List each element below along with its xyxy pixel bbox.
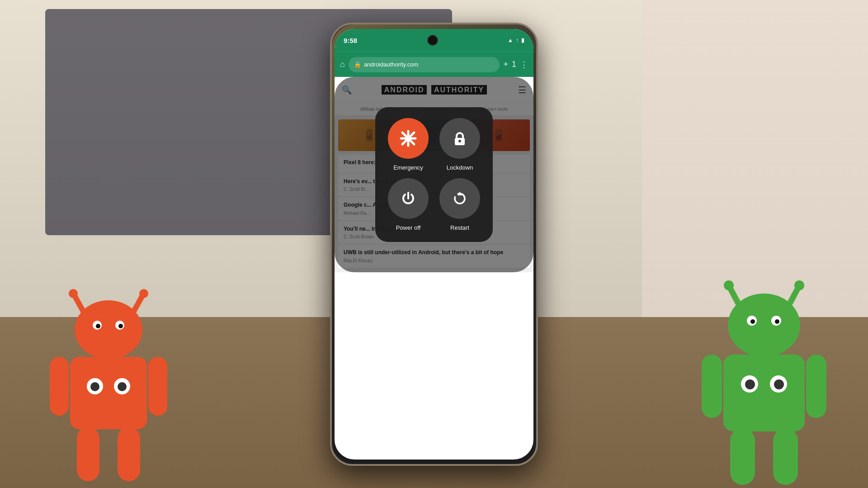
svg-rect-27 (723, 355, 805, 431)
svg-point-4 (75, 300, 142, 359)
svg-point-13 (118, 382, 127, 391)
svg-rect-15 (148, 357, 167, 416)
lock-icon: 🔒 (354, 61, 361, 68)
restart-icon (451, 190, 468, 207)
status-bar: 9:58 ▲ ↑ ▮ (335, 29, 533, 52)
url-text: androidauthority.com (364, 61, 418, 68)
home-icon[interactable]: ⌂ (340, 60, 345, 69)
lockdown-button-circle (439, 118, 480, 159)
poweroff-label: Power off (396, 224, 421, 231)
svg-rect-33 (806, 355, 826, 418)
svg-point-22 (728, 294, 800, 357)
power-menu: Emergency Lockdown (375, 107, 493, 242)
emergency-label: Emergency (393, 164, 423, 171)
restart-button[interactable]: Restart (438, 178, 482, 231)
tabs-button[interactable]: 1 (512, 60, 516, 69)
svg-point-25 (750, 319, 755, 324)
lock-icon (451, 130, 468, 147)
battery-icon: ▮ (521, 37, 524, 43)
svg-point-26 (775, 319, 779, 324)
android-robot-green (687, 262, 841, 488)
add-tab-button[interactable]: + (503, 60, 508, 69)
svg-point-21 (794, 280, 804, 290)
svg-rect-9 (70, 357, 147, 429)
svg-point-7 (96, 324, 100, 328)
svg-point-12 (90, 382, 99, 391)
svg-rect-16 (77, 427, 99, 481)
signal-icon: ↑ (516, 37, 519, 43)
phone: 9:58 ▲ ↑ ▮ ⌂ 🔒 androidauthority.com + 1 … (330, 23, 538, 466)
svg-point-19 (724, 280, 734, 290)
svg-point-41 (458, 140, 461, 142)
poweroff-button-circle (388, 178, 429, 219)
status-time: 9:58 (344, 37, 357, 44)
svg-point-1 (69, 289, 78, 298)
website-content: 🔍 ANDROID AUTHORITY ☰ Affiliate links on… (335, 77, 533, 272)
svg-rect-17 (118, 427, 140, 481)
emergency-button[interactable]: Emergency (386, 118, 430, 171)
wifi-icon: ▲ (508, 37, 513, 43)
svg-rect-14 (50, 357, 69, 416)
restart-button-circle (439, 178, 480, 219)
svg-rect-32 (702, 355, 722, 418)
android-robot-orange (36, 271, 181, 488)
lockdown-button[interactable]: Lockdown (438, 118, 482, 171)
front-camera (427, 35, 438, 46)
svg-point-30 (745, 379, 755, 389)
power-menu-overlay: Emergency Lockdown (335, 77, 533, 272)
restart-label: Restart (450, 224, 469, 231)
emergency-button-circle (388, 118, 429, 159)
menu-button[interactable]: ⋮ (520, 60, 528, 70)
svg-rect-35 (773, 428, 798, 485)
lockdown-label: Lockdown (447, 164, 473, 171)
status-icons: ▲ ↑ ▮ (508, 37, 524, 43)
svg-point-3 (139, 289, 148, 298)
poweroff-button[interactable]: Power off (386, 178, 430, 231)
url-bar[interactable]: 🔒 androidauthority.com (349, 57, 500, 72)
phone-body: 9:58 ▲ ↑ ▮ ⌂ 🔒 androidauthority.com + 1 … (330, 23, 538, 466)
power-icon (400, 190, 417, 207)
svg-point-31 (774, 379, 784, 389)
svg-rect-34 (730, 428, 755, 485)
svg-point-8 (118, 324, 123, 328)
phone-screen: 9:58 ▲ ↑ ▮ ⌂ 🔒 androidauthority.com + 1 … (335, 29, 533, 460)
browser-bar[interactable]: ⌂ 🔒 androidauthority.com + 1 ⋮ (335, 52, 533, 77)
asterisk-icon (399, 129, 417, 147)
